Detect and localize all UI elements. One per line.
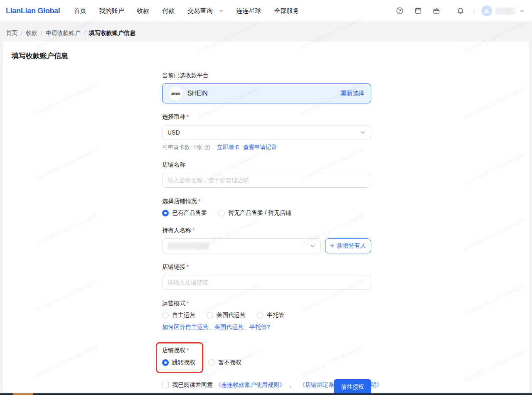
shop-link-input[interactable]: [167, 279, 366, 286]
shop-status-label: 选择店铺情况*: [162, 198, 371, 205]
avatar[interactable]: [481, 5, 492, 16]
required-asterisk: *: [198, 198, 200, 204]
shein-logo: SHEIN: [169, 87, 182, 100]
breadcrumb-current: 填写收款账户信息: [89, 29, 135, 37]
radio-self-operated[interactable]: 自主运营: [162, 312, 195, 319]
radio-unselected-icon: [207, 312, 213, 319]
holder-select[interactable]: [162, 238, 321, 253]
field-platform: 当前已选收款平台 SHEIN SHEIN 重新选择: [162, 72, 371, 103]
chevron-down-icon: [219, 8, 224, 13]
field-shop-auth: 店铺授权* 跳转授权 暂不授权: [162, 342, 371, 373]
help-icon[interactable]: [396, 7, 404, 15]
radio-unselected-icon: [208, 359, 215, 366]
radio-selected-icon: [162, 210, 169, 216]
chevron-down-icon: [360, 130, 366, 135]
breadcrumb-home[interactable]: 首页: [6, 29, 17, 37]
radio-redirect-auth[interactable]: 跳转授权: [162, 359, 195, 366]
radio-has-products[interactable]: 已有产品售卖: [162, 209, 207, 217]
radio-unselected-icon: [257, 312, 264, 319]
field-shop-status: 选择店铺情况* 已有产品售卖 暂无产品售卖 / 暂无店铺: [162, 198, 371, 217]
shop-name-input[interactable]: [167, 177, 366, 184]
field-currency: 选择币种* USD 可申请卡数: 1张 立即增卡 查看申请记录: [162, 113, 371, 151]
bottom-taskbar-strip: [0, 393, 532, 395]
radio-unselected-icon: [218, 210, 225, 216]
field-shop-name: 店铺名称: [162, 161, 371, 188]
platform-label: 当前已选收款平台: [162, 72, 371, 79]
card-quota-helper: 可申请卡数: 1张 立即增卡 查看申请记录: [162, 144, 371, 151]
holder-label: 持有人名称*: [162, 227, 371, 234]
currency-value: USD: [167, 129, 180, 136]
radio-unselected-icon: [162, 312, 169, 319]
chevron-down-icon: [310, 243, 315, 249]
field-holder: 持有人名称* + 新增持有人: [162, 227, 371, 253]
question-circle-icon[interactable]: [204, 145, 210, 150]
page-title: 填写收款账户信息: [12, 51, 520, 61]
nav-item-home[interactable]: 首页: [74, 7, 86, 15]
red-highlight-box: 店铺授权* 跳转授权: [156, 342, 203, 373]
currency-label: 选择币种*: [162, 113, 371, 121]
usage-rules-link[interactable]: 《连连收款账户使用规则》: [215, 381, 285, 389]
form-card: 填写收款账户信息 当前已选收款平台 SHEIN SHEIN 重新选择 选择币种*…: [3, 42, 529, 393]
holder-value-redacted: [167, 242, 209, 250]
shop-name-label: 店铺名称: [162, 161, 371, 169]
bell-icon[interactable]: [457, 7, 464, 15]
calendar-icon[interactable]: [414, 7, 422, 15]
required-asterisk: *: [192, 227, 195, 233]
shop-link-label: 店铺链接*: [162, 263, 371, 271]
go-authorize-button[interactable]: 前往授权: [334, 379, 371, 395]
shop-status-options: 已有产品售卖 暂无产品售卖 / 暂无店铺: [162, 209, 371, 217]
nav-item-my-account[interactable]: 我的账户: [99, 7, 124, 15]
agreement-prefix: 我已阅读并同意: [172, 381, 213, 389]
shop-link-input-wrap: [162, 275, 371, 290]
required-asterisk: *: [187, 347, 189, 353]
radio-selected-icon: [162, 359, 169, 366]
operation-mode-label: 运营模式*: [162, 300, 371, 307]
nav-item-pay[interactable]: 付款: [163, 7, 175, 15]
agreement-checkbox[interactable]: [162, 382, 169, 388]
required-asterisk: *: [187, 300, 189, 307]
main-nav: 首页 我的账户 收款 付款 交易查询 连连星球 全部服务: [74, 7, 299, 15]
required-asterisk: *: [187, 263, 189, 270]
account-info-form: 当前已选收款平台 SHEIN SHEIN 重新选择 选择币种* USD 可申请卡…: [162, 72, 371, 389]
mode-difference-help-link[interactable]: 如何区分自主运营、美国代运营、半托管?: [162, 324, 270, 331]
nav-item-all-services[interactable]: 全部服务: [274, 7, 299, 15]
selected-platform-box: SHEIN SHEIN 重新选择: [162, 83, 371, 103]
breadcrumb-apply-account[interactable]: 申请收款账户: [46, 29, 81, 37]
plus-icon: +: [330, 243, 334, 249]
reselect-platform-link[interactable]: 重新选择: [341, 90, 364, 97]
required-asterisk: *: [187, 113, 189, 120]
field-operation-mode: 运营模式* 自主运营 美国代运营 半托管 如何区分自主运营、美国代运营、半托管?: [162, 300, 371, 331]
platform-name: SHEIN: [187, 90, 208, 97]
radio-semi-managed[interactable]: 半托管: [257, 312, 284, 319]
currency-select[interactable]: USD: [162, 125, 371, 140]
shop-name-input-wrap: [162, 173, 371, 188]
username-redacted: [495, 7, 515, 15]
field-shop-link: 店铺链接*: [162, 263, 371, 290]
radio-us-agency[interactable]: 美国代运营: [207, 312, 246, 319]
bottom-orange-segment: [13, 393, 33, 395]
nav-item-lianlian-planet[interactable]: 连连星球: [236, 7, 261, 15]
top-navigation-bar: LianLian Global 首页 我的账户 收款 付款 交易查询 连连星球 …: [0, 0, 532, 22]
divider: [474, 7, 475, 14]
chevron-down-icon[interactable]: [520, 8, 525, 13]
coupon-icon[interactable]: [433, 7, 440, 15]
radio-no-products[interactable]: 暂无产品售卖 / 暂无店铺: [218, 209, 291, 217]
topbar-right: [385, 5, 525, 16]
view-application-history-link[interactable]: 查看申请记录: [243, 144, 277, 151]
add-card-link[interactable]: 立即增卡: [217, 144, 239, 151]
lianlian-global-logo[interactable]: LianLian Global: [6, 7, 60, 15]
breadcrumb: 首页 / 收款 / 申请收款账户 / 填写收款账户信息: [0, 22, 532, 37]
nav-item-receive[interactable]: 收款: [137, 7, 150, 15]
add-holder-button[interactable]: + 新增持有人: [325, 238, 371, 253]
nav-item-transactions[interactable]: 交易查询: [188, 7, 224, 15]
shop-auth-label: 店铺授权*: [162, 347, 195, 354]
radio-no-auth[interactable]: 暂不授权: [208, 359, 241, 366]
operation-mode-options: 自主运营 美国代运营 半托管: [162, 312, 371, 319]
breadcrumb-receive[interactable]: 收款: [26, 29, 37, 37]
